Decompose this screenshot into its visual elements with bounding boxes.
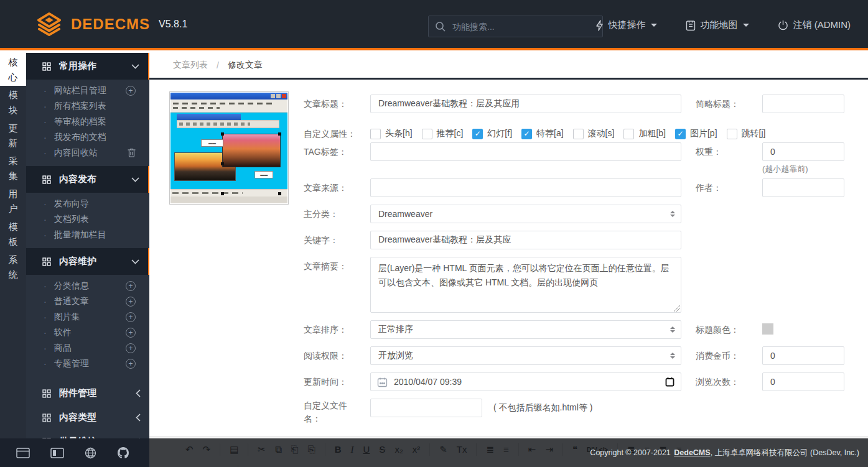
checkbox-slideshow[interactable]: ✓幻灯[f]: [472, 128, 512, 139]
breadcrumb-parent[interactable]: 文章列表: [173, 60, 208, 71]
checkbox-jump[interactable]: ✓跳转[j]: [727, 128, 766, 139]
sidebar-section-common-ops[interactable]: 常用操作: [26, 53, 149, 80]
logout-button[interactable]: 注销 (ADMIN): [778, 19, 851, 31]
footer-quick-icons: [0, 438, 149, 467]
rail-tab-label: 核心: [8, 55, 18, 85]
datepicker-icon[interactable]: [665, 377, 674, 387]
plus-icon[interactable]: +: [126, 343, 136, 353]
checkbox-label: 幻灯[f]: [487, 128, 512, 139]
filename-input[interactable]: [370, 399, 482, 417]
github-icon[interactable]: [117, 446, 129, 459]
rail-tab-users[interactable]: 用户: [0, 185, 26, 218]
sidebar-section-content-types[interactable]: 内容类型: [26, 406, 149, 429]
checkbox-scroll[interactable]: ✓滚动[s]: [573, 128, 615, 139]
category-select[interactable]: Dreamweaver: [370, 205, 681, 223]
plus-icon[interactable]: +: [126, 86, 136, 96]
rail-tab-collect[interactable]: 采集: [0, 152, 26, 185]
feature-map-menu[interactable]: 功能地图: [686, 19, 749, 31]
globe-icon[interactable]: [85, 447, 96, 459]
sidebar-item-recycle-bin[interactable]: ·内容回收站: [26, 145, 149, 160]
function-search[interactable]: [428, 16, 603, 37]
sidebar-item-publish-wizard[interactable]: ·发布向导: [26, 196, 149, 211]
checkbox-picture[interactable]: ✓图片[p]: [675, 128, 717, 139]
rail-tab-label: 采集: [8, 154, 18, 183]
sidebar-item-label: 发布向导: [54, 198, 89, 210]
sidebar-item-image-gallery[interactable]: ·图片集+: [26, 309, 149, 325]
sidebar-section-attachments[interactable]: 附件管理: [26, 382, 149, 405]
sidebar-item-software[interactable]: ·软件+: [26, 325, 149, 340]
checkbox-headline[interactable]: ✓头条[h]: [370, 128, 413, 139]
tag-input[interactable]: [370, 142, 681, 161]
article-thumbnail: ▬▬ ▬▬: [169, 91, 289, 205]
checkbox-icon: ✓: [573, 129, 584, 139]
sidebar-item-label: 图片集: [54, 312, 80, 323]
bullet: ·: [44, 343, 47, 353]
window-icon[interactable]: [16, 448, 30, 458]
sidebar-section-content-maintain[interactable]: 内容维护: [26, 248, 149, 275]
sidebar-item-normal-article[interactable]: ·普通文章+: [26, 294, 149, 309]
checkbox-special[interactable]: ✓特荐[a]: [521, 128, 564, 139]
module-rail: 核心 模块 更新 采集 用户 模板 系统: [0, 53, 26, 438]
section-label: 常用操作: [59, 60, 96, 72]
checkbox-icon: ✓: [623, 129, 634, 139]
sidebar-item-topic-manage[interactable]: ·专题管理+: [26, 356, 149, 371]
update-time-picker[interactable]: 2010/04/07 09:39: [370, 372, 681, 391]
plus-icon[interactable]: +: [126, 328, 136, 338]
quick-actions-menu[interactable]: 快捷操作: [595, 19, 657, 31]
sidebar-item-my-documents[interactable]: ·我发布的文档: [26, 129, 149, 145]
article-title-input[interactable]: [370, 95, 681, 113]
breadcrumb: 文章列表 / 修改文章: [149, 53, 868, 80]
sort-select[interactable]: 正常排序: [370, 320, 681, 339]
trash-icon[interactable]: [128, 148, 136, 157]
footer-bar: Copyright © 2007-2021 DedeCMS, 上海卓卓网络科技有…: [0, 438, 868, 467]
views-input[interactable]: [762, 372, 844, 391]
plus-icon[interactable]: +: [126, 359, 136, 369]
checkbox-label: 推荐[c]: [437, 128, 464, 139]
sidebar-item-document-list[interactable]: ·文档列表: [26, 211, 149, 227]
sidebar-item-site-columns[interactable]: ·网站栏目管理+: [26, 83, 149, 98]
sidebar-item-classified-info[interactable]: ·分类信息+: [26, 278, 149, 294]
rail-tab-update[interactable]: 更新: [0, 119, 26, 152]
plus-icon[interactable]: +: [126, 297, 136, 307]
bullet: ·: [44, 132, 47, 142]
coins-input[interactable]: [762, 346, 844, 365]
title-color-swatch[interactable]: [762, 323, 773, 335]
sidebar-item-label: 分类信息: [54, 280, 89, 292]
rail-tab-label: 系统: [8, 252, 18, 282]
checkbox-label: 滚动[s]: [588, 128, 615, 139]
weight-input[interactable]: [762, 142, 844, 161]
author-input[interactable]: [762, 178, 844, 197]
rail-tab-system[interactable]: 系统: [0, 251, 26, 284]
bullet: ·: [44, 101, 47, 111]
sidebar-item-pending-archives[interactable]: ·等审核的档案: [26, 114, 149, 129]
sidebar-item-all-archives[interactable]: ·所有档案列表: [26, 98, 149, 114]
plus-icon[interactable]: +: [126, 312, 136, 322]
sidebar-item-label: 专题管理: [54, 358, 89, 369]
rail-tab-templates[interactable]: 模板: [0, 218, 26, 251]
checkbox-checked-icon: ✓: [472, 129, 483, 139]
checkbox-recommend[interactable]: ✓推荐[c]: [422, 128, 464, 139]
field-label-attrs: 自定义属性：: [304, 124, 368, 143]
field-label-summary: 文章摘要：: [304, 257, 368, 275]
rail-tab-core[interactable]: 核心: [0, 53, 26, 86]
short-title-input[interactable]: [762, 95, 844, 113]
plus-icon[interactable]: +: [126, 281, 136, 291]
layout-columns-icon[interactable]: [50, 448, 64, 458]
field-label-category: 主分类：: [304, 205, 368, 223]
source-input[interactable]: [370, 178, 681, 197]
rail-tab-modules[interactable]: 模块: [0, 86, 26, 119]
grid-icon: [42, 414, 51, 422]
checkbox-bold[interactable]: ✓加粗[b]: [623, 128, 666, 139]
quick-actions-label: 快捷操作: [609, 19, 646, 31]
keywords-input[interactable]: [370, 231, 681, 249]
brand[interactable]: DEDECMS V5.8.1: [35, 11, 187, 37]
sidebar-item-product[interactable]: ·商品+: [26, 340, 149, 356]
bullet: ·: [44, 312, 47, 322]
dedecms-link[interactable]: DedeCMS: [674, 448, 710, 457]
summary-textarea[interactable]: 层(Layer)是一种 HTML 页面元素，您可以将它定位在页面上的任意位置。层…: [370, 257, 681, 313]
sidebar-section-batch-maintain[interactable]: 批量维护: [26, 430, 149, 438]
sidebar-item-batch-add-columns[interactable]: ·批量增加栏目: [26, 227, 149, 243]
sidebar-section-content-publish[interactable]: 内容发布: [26, 166, 149, 193]
search-input[interactable]: [452, 22, 596, 32]
read-perm-select[interactable]: 开放浏览: [370, 346, 681, 365]
